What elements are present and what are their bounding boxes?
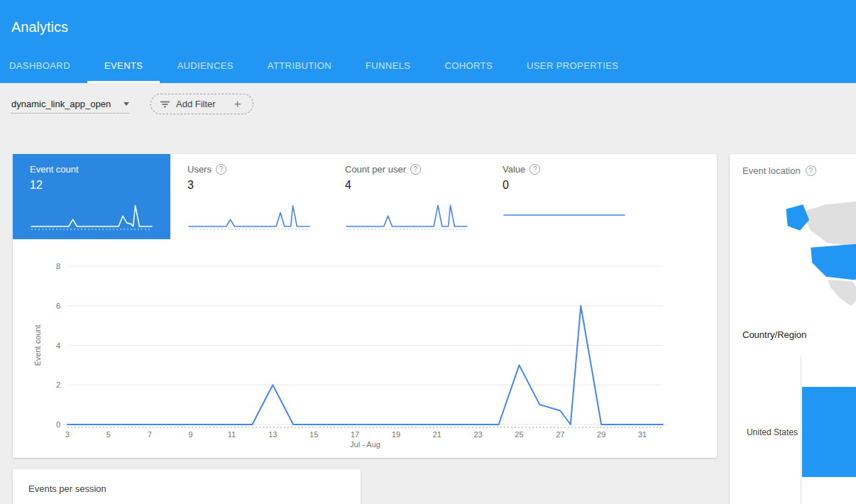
metric-tile-value[interactable]: Value ? 0 [485, 154, 643, 239]
tile-value: 0 [503, 179, 626, 192]
svg-text:27: 27 [556, 430, 564, 439]
tile-value: 12 [30, 179, 153, 192]
svg-text:5: 5 [106, 430, 111, 439]
card-title: Events per session [28, 483, 106, 494]
count-per-user-sparkline [345, 199, 468, 232]
svg-text:15: 15 [309, 430, 318, 439]
card-title: Event location [742, 165, 801, 176]
plus-icon: + [234, 97, 241, 111]
tile-value: 4 [345, 179, 468, 192]
tab-cohorts[interactable]: COHORTS [427, 49, 510, 83]
chevron-down-icon [124, 102, 129, 106]
help-icon[interactable]: ? [410, 164, 421, 175]
svg-text:Event count: Event count [33, 324, 42, 366]
metric-tiles: Event count 12 Users ? 3 Count per user … [13, 154, 717, 239]
help-icon[interactable]: ? [529, 164, 540, 175]
svg-text:4: 4 [56, 341, 60, 350]
svg-text:17: 17 [351, 430, 359, 439]
svg-text:2: 2 [56, 380, 60, 389]
tile-label: Users [187, 164, 212, 175]
north-america-map [779, 186, 856, 324]
value-sparkline [503, 199, 626, 232]
map-alaska[interactable] [786, 204, 810, 231]
svg-text:19: 19 [392, 430, 400, 439]
event-selector-dropdown[interactable]: dynamic_link_app_open [11, 94, 129, 114]
svg-text:6: 6 [56, 302, 60, 310]
add-filter-button[interactable]: Add Filter + [150, 94, 253, 114]
help-icon[interactable]: ? [806, 165, 816, 176]
country-bar [802, 387, 856, 477]
svg-text:13: 13 [268, 430, 277, 439]
events-overview-card: Event count 12 Users ? 3 Count per user … [13, 154, 717, 458]
svg-text:11: 11 [228, 430, 236, 439]
event-count-chart: 0246835791113151719212325272931Jul - Aug… [33, 259, 700, 451]
tab-dashboard[interactable]: DASHBOARD [0, 49, 87, 83]
tile-label: Value [503, 164, 525, 175]
svg-text:31: 31 [638, 430, 647, 439]
tab-user-properties[interactable]: USER PROPERTIES [510, 49, 635, 83]
tab-funnels[interactable]: FUNNELS [349, 49, 427, 83]
tile-label: Count per user [345, 164, 406, 175]
events-per-session-card: Events per session [13, 469, 361, 504]
metric-tile-event-count[interactable]: Event count 12 [13, 154, 170, 239]
event-selector-value: dynamic_link_app_open [11, 99, 111, 109]
metric-tile-users[interactable]: Users ? 3 [170, 154, 328, 239]
svg-text:29: 29 [597, 430, 605, 439]
svg-text:7: 7 [148, 430, 152, 439]
users-sparkline [187, 199, 311, 232]
event-location-card: Event location ? Country/Region United S… [730, 154, 856, 504]
map-united-states[interactable] [811, 243, 856, 280]
svg-text:25: 25 [515, 430, 523, 439]
event-count-sparkline [30, 199, 153, 232]
tab-attribution[interactable]: ATTRIBUTION [251, 49, 349, 83]
tab-events[interactable]: EVENTS [87, 49, 160, 83]
svg-text:21: 21 [433, 430, 441, 439]
page-title: Analytics [11, 19, 68, 35]
country-region-header: Country/Region [742, 329, 806, 340]
svg-text:9: 9 [189, 430, 193, 439]
tab-audiences[interactable]: AUDIENCES [160, 49, 250, 83]
app-header: Analytics DASHBOARD EVENTS AUDIENCES ATT… [0, 0, 856, 83]
tile-value: 3 [187, 179, 311, 192]
svg-text:3: 3 [65, 430, 70, 439]
bar-axis-line [801, 356, 801, 504]
add-filter-label: Add Filter [176, 99, 216, 109]
help-icon[interactable]: ? [216, 164, 226, 175]
filter-list-icon [160, 99, 170, 109]
tile-label: Event count [30, 164, 79, 175]
svg-text:0: 0 [56, 420, 60, 429]
tab-bar: DASHBOARD EVENTS AUDIENCES ATTRIBUTION F… [0, 49, 635, 83]
bar-track [802, 387, 856, 477]
metric-tile-count-per-user[interactable]: Count per user ? 4 [328, 154, 485, 239]
country-label: United States [747, 427, 798, 437]
svg-text:8: 8 [56, 262, 60, 270]
svg-text:Jul - Aug: Jul - Aug [350, 440, 380, 449]
svg-text:23: 23 [473, 430, 482, 439]
app-root: Analytics DASHBOARD EVENTS AUDIENCES ATT… [0, 0, 856, 504]
